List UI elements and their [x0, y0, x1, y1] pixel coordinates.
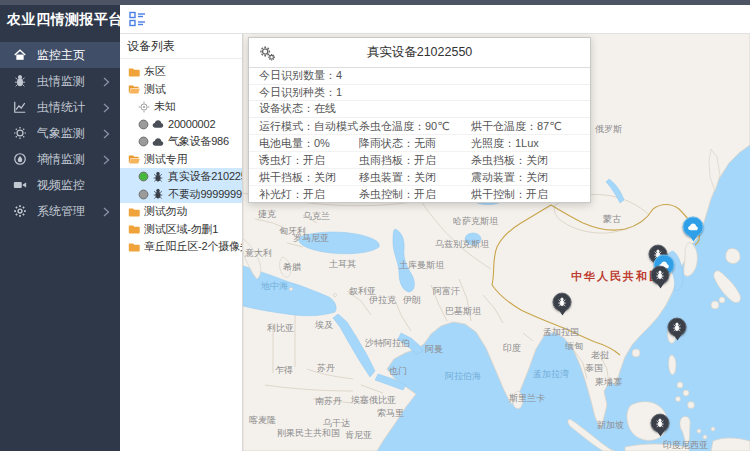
cloud-device-icon — [152, 136, 164, 148]
sidebar-item-label: 墒情监测 — [37, 151, 85, 168]
popup-title: 真实设备21022550 — [367, 45, 473, 59]
tree-item-1[interactable]: 测试 — [120, 81, 242, 99]
moisture-icon — [13, 152, 27, 166]
device-tree-toggle-icon[interactable] — [129, 11, 146, 28]
device-panel-title: 设备列表 — [120, 34, 242, 59]
folder-closed-icon — [128, 223, 140, 235]
map-label: 捷克 — [258, 208, 276, 221]
popup-header: 真实设备21022550 — [249, 38, 590, 68]
tree-item-7[interactable]: 不要动99999999 — [120, 186, 242, 204]
popup-status-row: 设备状态：在线 — [249, 101, 590, 118]
map-label: 埃及 — [315, 319, 333, 332]
map-label: 土库曼斯坦 — [399, 259, 444, 272]
tree-item-5[interactable]: 测试专用 — [120, 151, 242, 169]
sidebar-item-3[interactable]: 气象监测 — [0, 120, 120, 146]
map-label: 伊朗 — [403, 294, 421, 307]
sidebar-item-5[interactable]: 视频监控 — [0, 172, 120, 198]
topbar — [120, 5, 750, 34]
sidebar-item-4[interactable]: 墒情监测 — [0, 146, 120, 172]
status-dot-offline — [138, 189, 149, 200]
map-label: 印度尼西亚 — [663, 439, 708, 451]
popup-detail-cell: 电池电量：0% — [249, 135, 359, 152]
map-label: 意大利 — [245, 247, 272, 260]
tree-item-label: 20000002 — [168, 118, 215, 130]
status-dot-online — [138, 171, 149, 182]
map-label: 印度 — [503, 342, 521, 355]
folder-closed-icon — [128, 241, 140, 253]
tree-item-2[interactable]: 未知 — [120, 98, 242, 116]
settings-gears-icon[interactable] — [259, 44, 276, 61]
cloud-device-icon — [152, 118, 164, 130]
popup-detail-cell: 烘干仓温度：87℃ — [471, 118, 590, 135]
chevron-right-icon — [103, 206, 111, 216]
tree-item-9[interactable]: 测试区域-勿删1 — [120, 221, 242, 239]
popup-detail-cell: 补光灯：开启 — [249, 186, 359, 202]
map-label: 哈萨克斯坦 — [453, 215, 498, 228]
popup-detail-cell: 虫雨挡板：开启 — [359, 152, 471, 169]
tree-item-8[interactable]: 测试勿动 — [120, 203, 242, 221]
bug-device-icon — [152, 188, 164, 200]
map-label: 土耳其 — [329, 258, 356, 271]
chevron-right-icon — [103, 76, 111, 86]
tree-item-label: 章丘阳丘区-2个摄像头 — [144, 239, 242, 254]
map-label: 孟加拉湾 — [533, 368, 569, 381]
tree-item-6[interactable]: 真实设备21022550 — [120, 168, 242, 186]
weather-icon — [13, 126, 27, 140]
map-label: 乌克兰 — [303, 210, 330, 223]
map-label: 喀麦隆 — [249, 414, 276, 427]
map-label: 地中海 — [261, 280, 288, 293]
bug-device-marker[interactable] — [651, 266, 670, 285]
map-label: 柬埔寨 — [595, 376, 622, 389]
status-dot-offline — [138, 119, 149, 130]
map-label: 斯里兰卡 — [509, 392, 545, 405]
app-title: 农业四情测报平台 — [0, 5, 120, 34]
map-label: 阿拉伯海 — [445, 370, 481, 383]
popup-detail-cell: 诱虫灯：开启 — [249, 152, 359, 169]
popup-detail-cell: 震动装置：关闭 — [471, 169, 590, 186]
map-label: 阿富汗 — [433, 285, 460, 298]
map-label: 俄罗斯 — [595, 123, 622, 136]
bug-device-marker[interactable] — [553, 293, 572, 312]
map-label: 巴基斯坦 — [445, 305, 481, 318]
popup-detail-cell: 杀虫挡板：关闭 — [471, 152, 590, 169]
map-label: 南苏丹 — [315, 395, 342, 408]
map-label: 乌兹别克斯坦 — [435, 238, 489, 251]
tree-item-label: 不要动99999999 — [168, 187, 242, 202]
status-dot-offline — [138, 136, 149, 147]
chevron-right-icon — [103, 154, 111, 164]
popup-summary-row: 今日识别数量：4 — [249, 68, 590, 85]
map-label: 孟加拉国 — [543, 326, 579, 339]
map-label: 泰国 — [585, 362, 603, 375]
tree-item-label: 测试 — [144, 82, 166, 97]
map-label: 也门 — [389, 365, 407, 378]
popup-detail-cell: 杀虫控制：开启 — [359, 186, 471, 202]
popup-detail-cell: 烘干挡板：关闭 — [249, 169, 359, 186]
device-panel: 设备列表 东区 测试 未知 20000002 气象设备986 测试专用 真实设备… — [120, 34, 243, 451]
sidebar-item-label: 系统管理 — [37, 203, 85, 220]
gear-icon — [13, 204, 27, 218]
sidebar-item-1[interactable]: 虫情监测 — [0, 68, 120, 94]
tree-item-4[interactable]: 气象设备986 — [120, 133, 242, 151]
cloud-device-marker[interactable] — [683, 216, 704, 237]
popup-detail-cell: 运行模式：自动模式 — [249, 118, 359, 135]
sidebar: 农业四情测报平台 监控主页 虫情监测 虫情统计 气象监测 墒情监测 视频监 — [0, 5, 120, 451]
bug-device-marker[interactable] — [651, 414, 670, 433]
tree-item-label: 未知 — [154, 99, 176, 114]
popup-grid: 运行模式：自动模式杀虫仓温度：90℃烘干仓温度：87℃电池电量：0%降雨状态：无… — [249, 118, 590, 202]
map-label: 苏丹 — [317, 362, 335, 375]
tree-item-3[interactable]: 20000002 — [120, 116, 242, 134]
sidebar-item-2[interactable]: 虫情统计 — [0, 94, 120, 120]
popup-summary: 今日识别数量：4今日识别种类：1 — [249, 68, 590, 101]
bug-device-marker[interactable] — [668, 318, 687, 337]
sidebar-item-6[interactable]: 系统管理 — [0, 198, 120, 224]
popup-detail-cell: 杀虫仓温度：90℃ — [359, 118, 471, 135]
map-label: 肯尼亚 — [345, 429, 372, 442]
sidebar-item-label: 监控主页 — [37, 47, 85, 64]
tree-item-0[interactable]: 东区 — [120, 63, 242, 81]
sidebar-item-0[interactable]: 监控主页 — [0, 42, 120, 68]
chevron-right-icon — [103, 102, 111, 112]
map-label: 中华人民共和国 — [571, 269, 662, 284]
tree-item-label: 东区 — [144, 64, 166, 79]
locate-icon — [138, 101, 150, 113]
tree-item-10[interactable]: 章丘阳丘区-2个摄像头 — [120, 238, 242, 256]
